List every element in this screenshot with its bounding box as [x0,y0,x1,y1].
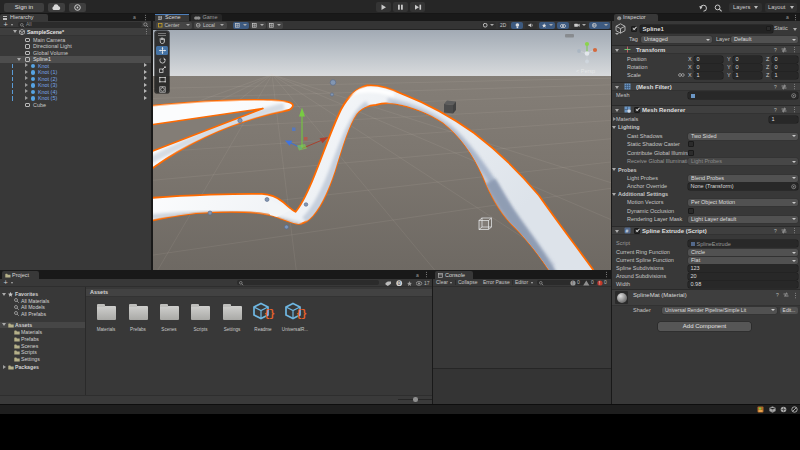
svg-text:!: ! [599,281,600,286]
svg-text:0: 0 [398,280,401,286]
svg-text:!: ! [572,281,573,286]
svg-text:< Persp: < Persp [576,68,595,74]
svg-text:#: # [626,228,629,234]
